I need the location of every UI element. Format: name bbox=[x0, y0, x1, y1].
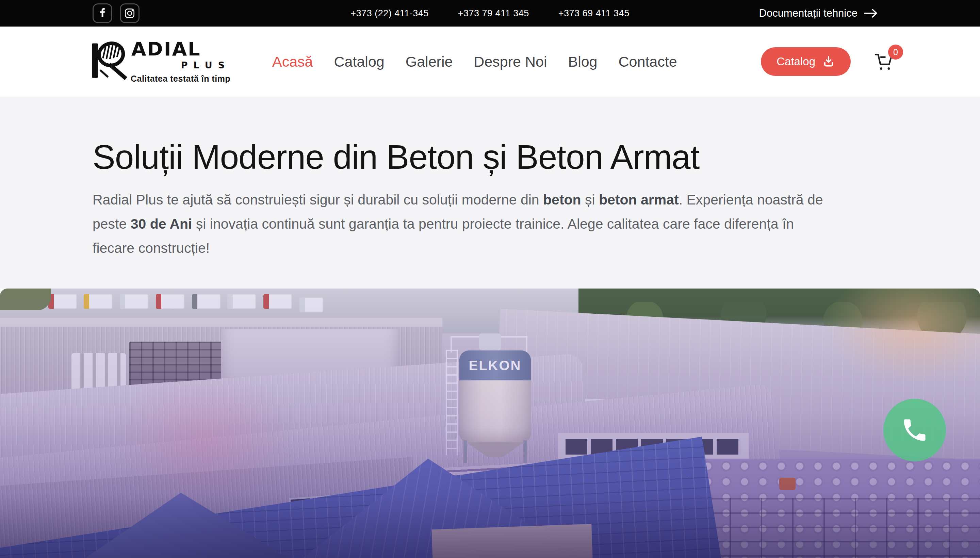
catalog-download-button[interactable]: Catalog bbox=[761, 47, 851, 76]
phone-call-button[interactable] bbox=[883, 399, 946, 461]
logo-mark-r bbox=[90, 39, 129, 81]
arrow-right-icon bbox=[863, 8, 878, 18]
phone-icon bbox=[900, 416, 929, 444]
tech-docs-label: Documentații tehnice bbox=[759, 7, 858, 20]
main-nav: Acasă Catalog Galerie Despre Noi Blog Co… bbox=[272, 53, 677, 70]
tech-docs-link[interactable]: Documentații tehnice bbox=[759, 7, 878, 20]
topbar: +373 (22) 411-345 +373 79 411 345 +373 6… bbox=[0, 0, 980, 26]
photo-purple-overlay bbox=[0, 289, 980, 558]
logo-tagline: Calitatea testată în timp bbox=[131, 74, 230, 84]
nav-item-acasa[interactable]: Acasă bbox=[272, 53, 313, 70]
nav-item-contacte[interactable]: Contacte bbox=[619, 53, 677, 70]
nav-item-blog[interactable]: Blog bbox=[568, 53, 597, 70]
catalog-button-label: Catalog bbox=[776, 55, 815, 68]
logo-subtext: PLUS bbox=[181, 61, 230, 70]
facebook-icon[interactable] bbox=[92, 3, 112, 23]
phone-link-2[interactable]: +373 79 411 345 bbox=[458, 8, 529, 19]
page: +373 (22) 411-345 +373 79 411 345 +373 6… bbox=[0, 0, 980, 558]
phone-link-1[interactable]: +373 (22) 411-345 bbox=[350, 8, 428, 19]
download-icon bbox=[822, 55, 835, 68]
phone-link-3[interactable]: +373 69 411 345 bbox=[558, 8, 630, 19]
phone-numbers: +373 (22) 411-345 +373 79 411 345 +373 6… bbox=[350, 8, 629, 19]
header: ADIAL PLUS Calitatea testată în timp Aca… bbox=[0, 26, 980, 97]
nav-item-galerie[interactable]: Galerie bbox=[405, 53, 453, 70]
nav-item-despre-noi[interactable]: Despre Noi bbox=[474, 53, 547, 70]
cart-count-badge: 0 bbox=[888, 44, 903, 59]
social-links bbox=[92, 3, 140, 23]
page-title: Soluții Moderne din Beton și Beton Armat bbox=[92, 138, 888, 176]
header-actions: Catalog 0 bbox=[761, 47, 895, 76]
logo[interactable]: ADIAL PLUS Calitatea testată în timp bbox=[90, 39, 230, 84]
hero-image: ELKON bbox=[0, 289, 980, 558]
hero-section: Soluții Moderne din Beton și Beton Armat… bbox=[0, 97, 980, 289]
hero-paragraph: Radial Plus te ajută să construiești sig… bbox=[92, 188, 888, 260]
instagram-icon[interactable] bbox=[120, 3, 140, 23]
cart-button[interactable]: 0 bbox=[872, 51, 895, 72]
nav-item-catalog[interactable]: Catalog bbox=[334, 53, 384, 70]
logo-text: ADIAL bbox=[131, 39, 201, 59]
